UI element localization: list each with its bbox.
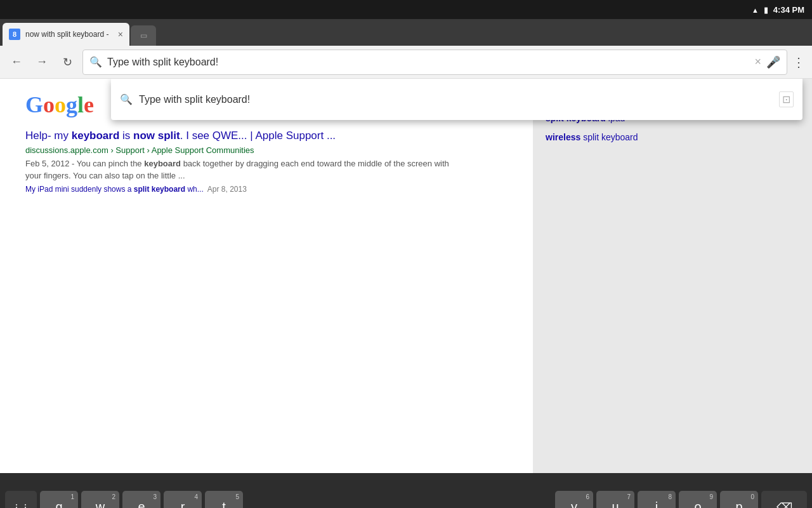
- status-bar: 4:34 PM: [0, 0, 812, 19]
- result-1-related-link[interactable]: My iPad mini suddenly shows a split keyb…: [25, 185, 520, 194]
- key-o[interactable]: o9: [679, 491, 717, 509]
- logo-g2: g: [66, 91, 77, 118]
- key-grid[interactable]: ⋮⋮: [5, 491, 37, 509]
- tab-bar: 8 now with split keyboard - × ▭: [0, 19, 812, 46]
- key-u[interactable]: u7: [596, 491, 634, 509]
- result-1-url: discussions.apple.com › Support › Apple …: [25, 145, 520, 155]
- browser-menu-button[interactable]: ⋮: [792, 55, 806, 70]
- key-w[interactable]: w2: [81, 491, 119, 509]
- key-backspace[interactable]: ⌫: [761, 491, 807, 509]
- tab-favicon: 8: [9, 29, 20, 40]
- address-clear-button[interactable]: ×: [754, 55, 761, 69]
- logo-l: l: [77, 91, 84, 118]
- forward-button[interactable]: →: [32, 52, 52, 72]
- address-search-icon: 🔍: [89, 56, 102, 68]
- wifi-icon: [752, 5, 759, 15]
- mic-button[interactable]: 🎤: [766, 55, 780, 69]
- search-result-1: Help- my keyboard is now split. I see QW…: [25, 128, 520, 194]
- search-dropdown: 🔍 Type with split keyboard! ⊡: [111, 79, 802, 120]
- related-link-2[interactable]: wireless split keyboard: [546, 132, 799, 142]
- new-tab-icon: ▭: [140, 31, 147, 40]
- browser-toolbar: ← → ↻ 🔍 × 🎤 ⋮: [0, 46, 812, 79]
- back-button[interactable]: ←: [6, 52, 27, 72]
- keyboard: ⋮⋮ q1 w2 e3 r4 t5 y6 u7 i8 o9 p0 ⌫ ⇥ a* …: [0, 473, 812, 508]
- key-q[interactable]: q1: [40, 491, 78, 509]
- result-1-snippet: Feb 5, 2012 - You can pinch the keyboard…: [25, 157, 457, 182]
- dropdown-image-icon: ⊡: [779, 91, 794, 107]
- key-e[interactable]: e3: [122, 491, 160, 509]
- address-input[interactable]: [107, 57, 749, 68]
- key-r[interactable]: r4: [164, 491, 202, 509]
- tab-title: now with split keyboard -: [25, 30, 113, 39]
- result-1-title[interactable]: Help- my keyboard is now split. I see QW…: [25, 128, 520, 144]
- reload-button[interactable]: ↻: [57, 52, 77, 72]
- dropdown-search-icon: 🔍: [120, 93, 133, 105]
- right-panel: Related searches split keyboard ipad wir…: [533, 79, 812, 473]
- result-1-date: Feb 5, 2012: [25, 159, 69, 168]
- dropdown-search-row[interactable]: 🔍 Type with split keyboard! ⊡: [111, 85, 802, 114]
- main-content: 🔍 Type with split keyboard! ⊡ G o o g l …: [0, 79, 812, 473]
- active-tab[interactable]: 8 now with split keyboard - ×: [3, 23, 129, 46]
- logo-e: e: [84, 91, 94, 118]
- logo-g: G: [25, 91, 43, 118]
- key-t[interactable]: t5: [205, 491, 243, 509]
- status-time: 4:34 PM: [773, 5, 804, 15]
- battery-icon: [764, 5, 768, 15]
- left-panel: G o o g l e Help- my keyboard is now spl…: [0, 79, 533, 473]
- key-y[interactable]: y6: [555, 491, 593, 509]
- logo-o1: o: [43, 91, 55, 118]
- new-tab-button[interactable]: ▭: [131, 25, 156, 46]
- dropdown-search-text: Type with split keyboard!: [139, 94, 250, 105]
- address-bar[interactable]: 🔍 × 🎤: [82, 50, 787, 75]
- key-p[interactable]: p0: [720, 491, 758, 509]
- logo-o2: o: [55, 91, 66, 118]
- tab-close-button[interactable]: ×: [118, 29, 123, 39]
- key-i[interactable]: i8: [638, 491, 676, 509]
